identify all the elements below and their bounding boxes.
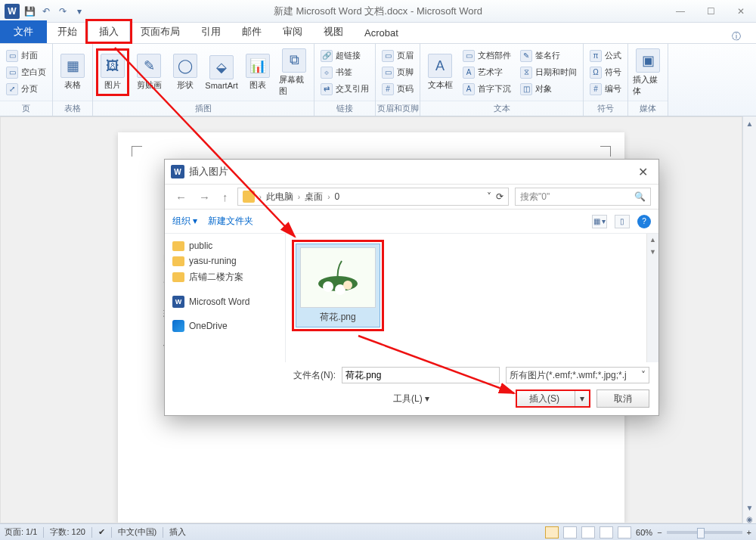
tree-node[interactable]: 店铺二楼方案 [168,268,282,286]
clipart-button[interactable]: ✎剪贴画 [132,51,166,94]
number-button[interactable]: #编号 [587,82,624,97]
tab-view[interactable]: 视图 [313,20,354,43]
tab-review[interactable]: 审阅 [272,20,313,43]
qat-more-icon[interactable]: ▾ [73,5,86,18]
view-read-icon[interactable] [563,526,577,538]
symbol-button[interactable]: Ω符号 [587,65,624,80]
shapes-button[interactable]: ◯形状 [169,51,202,94]
cancel-button[interactable]: 取消 [596,389,649,408]
chevron-down-icon[interactable]: ▾ [575,391,589,406]
cover-page-button[interactable]: ▭封面 [3,48,49,64]
datetime-button[interactable]: ⧖日期和时间 [517,65,580,80]
save-icon[interactable]: 💾 [23,5,36,18]
tree-node[interactable]: public [168,238,282,253]
view-print-icon[interactable] [545,526,559,538]
search-field[interactable]: 搜索"0" 🔍 [515,188,651,206]
tab-references[interactable]: 引用 [191,20,231,43]
wordart-button[interactable]: A艺术字 [460,65,514,80]
scroll-up-icon[interactable]: ▲ [746,119,754,128]
status-zoom[interactable]: 60% [636,528,652,537]
window-title: 新建 Microsoft Word 文档.docx - Microsoft Wo… [0,5,756,18]
dropcap-button[interactable]: A首字下沉 [460,82,514,97]
picture-button[interactable]: 🖼图片 [96,48,129,96]
path-segment[interactable]: 此电脑 [266,191,293,203]
refresh-icon[interactable]: ⟳ [496,191,503,202]
folder-tree[interactable]: public yasu-runing 店铺二楼方案 WMicrosoft Wor… [165,234,286,362]
header-button[interactable]: ▭页眉 [379,48,417,64]
help-icon[interactable]: ? [637,215,651,228]
dialog-close-button[interactable]: ✕ [634,165,652,179]
tab-file[interactable]: 文件 [0,20,47,43]
view-web-icon[interactable] [581,526,595,538]
chevron-down-icon[interactable]: ˅ [487,191,491,202]
file-item[interactable]: 荷花.png [296,244,380,327]
pagenum-button[interactable]: #页码 [379,82,417,97]
nav-up-icon[interactable]: ↑ [219,191,231,203]
equation-button[interactable]: π公式 [587,48,624,64]
object-button[interactable]: ◫对象 [517,82,580,97]
proofing-icon[interactable]: ✔ [98,527,105,537]
file-scrollbar[interactable]: ▲ ▼ [646,234,658,362]
vertical-scrollbar[interactable]: ▲ ▼ ◉ [742,116,756,523]
sigline-button[interactable]: ✎签名行 [517,48,580,64]
help-icon[interactable]: ⓘ [717,30,756,43]
zoom-out-icon[interactable]: − [657,528,662,537]
group-label: 页眉和页脚 [376,101,420,116]
crossref-button[interactable]: ⇄交叉引用 [318,82,372,97]
nav-forward-icon[interactable]: → [196,191,213,203]
maximize-button[interactable]: ☐ [696,0,726,23]
status-wordcount[interactable]: 字数: 120 [50,526,85,538]
scroll-down-icon[interactable]: ▼ [647,246,658,258]
tab-insert[interactable]: 插入 [88,20,130,44]
view-outline-icon[interactable] [600,526,613,538]
textbox-button[interactable]: A文本框 [423,51,457,94]
close-button[interactable]: ✕ [726,0,756,23]
status-mode[interactable]: 插入 [169,526,186,538]
tab-acrobat[interactable]: Acrobat [354,23,409,43]
tab-layout[interactable]: 页面布局 [130,20,191,43]
quickparts-button[interactable]: ▭文档部件 [460,48,514,64]
scroll-thumb[interactable] [745,131,754,501]
file-list[interactable]: 荷花.png ▲ ▼ [286,234,658,362]
table-button[interactable]: ▦表格 [56,51,89,94]
filename-input[interactable] [342,367,500,383]
smartart-button[interactable]: ⬙SmartArt [205,52,238,93]
scroll-up-icon[interactable]: ▲ [647,234,658,246]
tree-node[interactable]: OneDrive [168,318,282,334]
scroll-down-icon[interactable]: ▼ [746,504,754,512]
bookmark-button[interactable]: ⟐书签 [318,65,372,80]
view-options-icon[interactable]: ▦ ▾ [592,215,607,228]
zoom-in-icon[interactable]: + [747,528,751,537]
preview-pane-icon[interactable]: ▯ [615,215,630,228]
file-filter-combo[interactable]: 所有图片(*.emf;*.wmf;*.jpg;*.j ˅ [506,367,649,383]
nav-back-icon[interactable]: ← [172,191,190,203]
chart-button[interactable]: 📊图表 [241,51,274,94]
blank-page-button[interactable]: ▭空白页 [3,65,49,80]
tab-home[interactable]: 开始 [47,20,88,43]
insert-button[interactable]: 插入(S) ▾ [516,389,590,408]
tab-mailings[interactable]: 邮件 [231,20,272,43]
path-segment[interactable]: 0 [335,191,340,202]
page-break-button[interactable]: ⤢分页 [3,82,49,97]
redo-icon[interactable]: ↷ [56,5,70,18]
hyperlink-button[interactable]: 🔗超链接 [318,48,372,64]
organize-button[interactable]: 组织 ▾ [172,215,197,228]
zoom-slider[interactable] [667,531,742,534]
undo-icon[interactable]: ↶ [39,5,53,18]
tree-node[interactable]: WMicrosoft Word [168,293,282,310]
location-field[interactable]: › 此电脑 › 桌面 › 0 ˅ ⟳ [237,188,510,206]
page-corner-icon [600,146,611,157]
screenshot-button[interactable]: ⧉屏幕截图 [277,45,311,100]
path-segment[interactable]: 桌面 [305,191,323,203]
new-folder-button[interactable]: 新建文件夹 [208,215,253,228]
footer-button[interactable]: ▭页脚 [379,65,417,80]
status-language[interactable]: 中文(中国) [118,526,156,538]
view-draft-icon[interactable] [618,526,631,538]
tree-node[interactable]: yasu-runing [168,253,282,268]
search-icon[interactable]: 🔍 [634,191,646,202]
media-button[interactable]: ▣插入媒体 [631,45,665,100]
browse-object-icon[interactable]: ◉ [746,515,753,523]
minimize-button[interactable]: — [665,0,696,23]
tools-menu[interactable]: 工具(L) ▾ [393,393,429,405]
status-page[interactable]: 页面: 1/1 [5,526,37,538]
